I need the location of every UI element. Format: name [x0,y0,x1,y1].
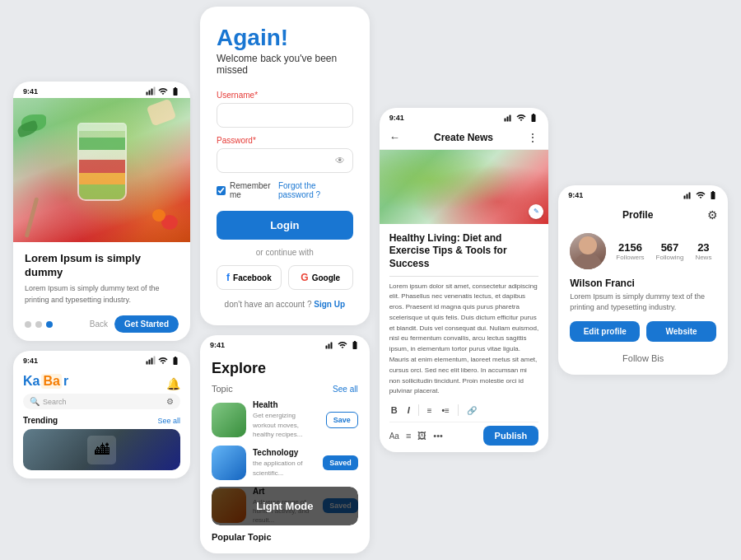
profile-action-buttons: Edit profile Website [570,321,716,342]
svg-rect-0 [147,91,148,95]
avatar [570,233,606,269]
signup-prompt: don't have an account ? Sign Up [217,300,353,309]
bold-button[interactable]: B [389,404,399,417]
toolbar-separator-2 [458,404,459,416]
ordered-list-button[interactable]: ≡ [426,404,434,417]
onboarding-hero-image [13,98,190,242]
news-label: News [695,254,711,261]
profile-stats: 2156 Followers 567 Following 23 News [616,241,716,261]
status-bar-explore: 9:41 [200,335,370,352]
following-count: 567 [656,241,684,254]
profile-bio: Lorem Ipsum is simply dummy text of the … [570,292,716,312]
follow-bis-text: Follow Bis [622,353,664,363]
status-bar-onboarding: 9:41 [13,82,190,98]
create-news-body: Healthy Living: Diet and Exercise Tips &… [380,224,549,453]
italic-button[interactable]: I [406,404,412,417]
facebook-login-button[interactable]: f Facebook [217,265,282,290]
edit-profile-button[interactable]: Edit profile [570,321,640,342]
remember-me-group: Remember me [217,181,278,199]
followers-label: Followers [616,254,644,261]
status-icons-2 [146,356,180,366]
topic-health-image [212,403,246,437]
status-time-newsfeed: 9:41 [23,357,38,365]
battery-icon-3 [350,340,360,350]
newsfeed-card: 9:41 Ka Ba r 🔔 🔍 Search ⚙ [13,351,190,478]
remember-row: Remember me Forgot the password ? [217,181,353,199]
font-size-button[interactable]: Aa [389,432,399,441]
svg-rect-11 [505,118,506,121]
onboarding-title: Lorem Ipsum is simply dummy [25,252,179,280]
login-subheading: Welcome back you've been missed [217,53,353,76]
more-options-button[interactable]: ••• [433,431,443,441]
publish-button[interactable]: Publish [483,426,539,446]
remember-checkbox[interactable] [217,186,226,195]
get-started-button[interactable]: Get Started [114,315,179,333]
google-login-button[interactable]: G Google [288,265,353,290]
username-input[interactable] [217,103,353,128]
signup-link[interactable]: Sign Up [314,300,345,309]
explore-card: 9:41 Explore Topic See all Health Get en… [200,335,370,553]
filter-icon[interactable]: ⚙ [166,397,174,406]
see-all-topics[interactable]: See all [333,385,358,394]
signal-icon-create [504,113,514,123]
status-icons-profile [683,190,718,200]
dot-2 [35,321,42,328]
paragraph-button[interactable]: ≡ [406,431,411,441]
topic-health: Health Get energizing workout moves, hea… [212,400,358,439]
app-logo: Ka Ba r [23,374,68,389]
gear-icon[interactable]: ⚙ [707,208,718,222]
dot-1 [25,321,31,328]
news-hero-img-content [380,150,549,224]
toolbar-icons-row: Aa ≡ 🖼 ••• [389,431,443,441]
login-button[interactable]: Login [217,211,353,240]
svg-rect-7 [154,357,156,365]
more-dots-icon[interactable]: ⋮ [527,131,538,144]
image-button[interactable]: 🖼 [417,431,426,441]
forgot-password-link[interactable]: Forgot the password ? [278,181,353,199]
svg-rect-13 [510,114,511,121]
profile-top-row: 2156 Followers 567 Following 23 News [570,233,716,269]
article-body-text: Lorem ipsum dolor sit amet, consectetur … [389,282,539,398]
search-placeholder: Search [43,398,166,406]
login-heading: Again! [217,26,353,49]
avatar-image [570,233,606,269]
back-arrow-icon[interactable]: ← [389,131,400,143]
saved-tech-button[interactable]: Saved [323,455,358,470]
eye-icon[interactable]: 👁 [335,155,345,166]
stat-news: 23 News [695,241,711,261]
light-mode-overlay: Light Mode [212,487,358,525]
trending-img-placeholder: 🏙 [23,429,180,470]
toolbar-row-2: Aa ≡ 🖼 ••• Publish [389,422,539,446]
followers-count: 2156 [616,241,644,254]
topic-tech-name: Technology [253,448,316,457]
svg-rect-14 [684,196,686,199]
link-button[interactable]: 🔗 [465,404,478,417]
light-mode-section: Art A diverse range of human activity, a… [212,487,358,525]
edit-image-badge[interactable]: ✎ [529,204,543,219]
search-icon: 🔍 [30,397,40,406]
topic-health-desc: Get energizing workout moves, healthy re… [253,411,319,439]
svg-rect-10 [330,343,332,349]
svg-rect-8 [325,346,327,349]
website-button[interactable]: Website [646,321,716,342]
back-button[interactable]: Back [90,320,108,329]
create-news-title: Create News [434,132,493,143]
save-health-button[interactable]: Save [326,412,358,428]
username-label: Username* [217,91,353,100]
profile-name: Wilson Franci [570,278,716,289]
onboarding-footer: Back Get Started [25,315,179,333]
battery-icon [170,86,180,96]
profile-card: 9:41 Profile ⚙ [558,185,728,374]
see-all-trending[interactable]: See all [157,417,180,425]
light-mode-label: Light Mode [256,500,313,512]
news-hero-image: ✎ [380,150,549,224]
search-bar[interactable]: 🔍 Search ⚙ [23,394,180,409]
column-4: 9:41 Profile ⚙ [558,185,728,374]
profile-header: Profile ⚙ [558,202,728,226]
status-time: 9:41 [23,87,38,96]
popular-topic-section: Popular Topic [212,529,358,544]
password-input[interactable] [217,148,353,173]
food-image [13,98,190,242]
notification-bell-icon[interactable]: 🔔 [166,377,180,390]
unordered-list-button[interactable]: •≡ [440,404,451,417]
